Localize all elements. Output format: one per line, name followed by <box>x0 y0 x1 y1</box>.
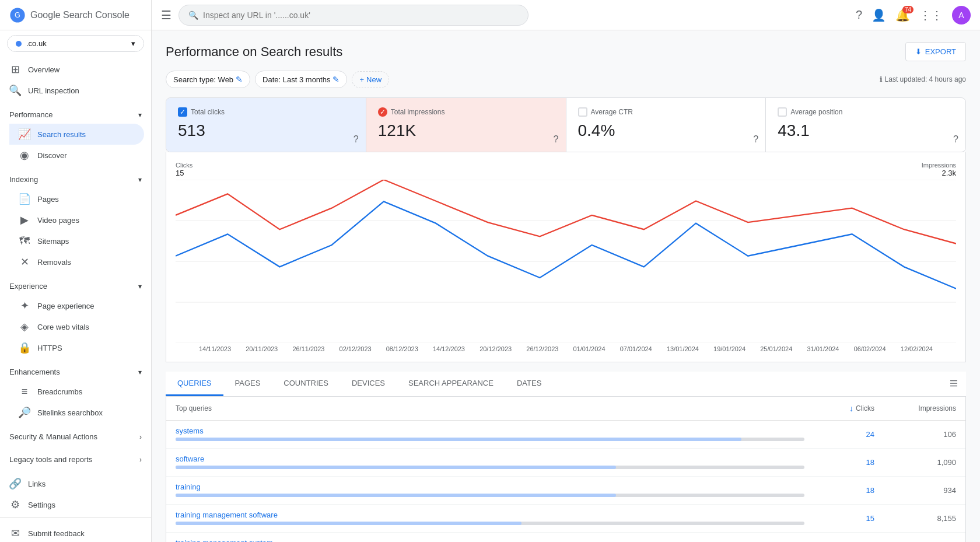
tab-search-appearance[interactable]: SEARCH APPEARANCE <box>397 372 505 396</box>
domain-dot <box>16 41 22 47</box>
feedback-icon: ✉ <box>9 527 21 539</box>
video-pages-icon: ▶ <box>19 214 30 226</box>
sidebar-item-label: Core web vitals <box>37 323 89 331</box>
url-inspection-icon: 🔍 <box>9 85 21 96</box>
avatar[interactable]: A <box>952 6 971 25</box>
query-link[interactable]: training management software <box>176 510 278 519</box>
metric-label: Total clicks <box>191 108 225 116</box>
sidebar-item-video-pages[interactable]: ▶ Video pages <box>9 209 144 230</box>
https-icon: 🔒 <box>19 342 30 354</box>
chart-impressions-label: Impressions2.3k <box>922 162 956 177</box>
query-bar <box>176 522 804 525</box>
query-bar <box>176 494 804 497</box>
x-label: 20/12/2023 <box>480 345 512 352</box>
query-bar-fill <box>176 438 741 441</box>
metric-card-total-impressions[interactable]: ✓ Total impressions 121K ? <box>366 98 566 152</box>
sidebar-item-https[interactable]: 🔒 HTTPS <box>9 337 144 358</box>
table-query-cell: training management software <box>176 510 804 526</box>
metric-label: Average position <box>790 108 842 116</box>
performance-label: Performance <box>9 110 52 119</box>
experience-sub-items: ✦ Page experience ◈ Core web vitals 🔒 HT… <box>0 295 151 358</box>
tab-queries[interactable]: QUERIES <box>166 372 223 396</box>
sitelinks-searchbox-icon: 🔎 <box>19 407 30 418</box>
indexing-group-header[interactable]: Indexing ▾ <box>0 170 151 188</box>
search-bar[interactable]: 🔍 <box>178 5 528 26</box>
tabs-row: QUERIES PAGES COUNTRIES DEVICES SEARCH A… <box>166 372 966 397</box>
google-logo-icon: G <box>9 7 26 23</box>
tab-pages[interactable]: PAGES <box>223 372 272 396</box>
table-row: software 18 1,090 <box>166 449 965 477</box>
search-input[interactable] <box>203 11 519 20</box>
table-query-cell: training management system <box>176 538 804 542</box>
query-link[interactable]: training management system <box>176 538 273 542</box>
tab-devices[interactable]: DEVICES <box>340 372 397 396</box>
date-filter[interactable]: Date: Last 3 months ✎ <box>255 71 347 88</box>
sidebar-item-sitemaps[interactable]: 🗺 Sitemaps <box>9 230 144 251</box>
sidebar-item-discover[interactable]: ◉ Discover <box>9 145 144 166</box>
query-bar <box>176 466 804 469</box>
enhancements-sub-items: ≡ Breadcrumbs 🔎 Sitelinks searchbox <box>0 381 151 423</box>
query-link[interactable]: software <box>176 454 204 463</box>
menu-icon[interactable]: ☰ <box>161 8 172 22</box>
sidebar-item-core-web-vitals[interactable]: ◈ Core web vitals <box>9 316 144 337</box>
sitemaps-icon: 🗺 <box>19 235 30 247</box>
sidebar-item-links[interactable]: 🔗 Links <box>0 473 144 494</box>
account-circle-icon[interactable]: 👤 <box>872 8 886 22</box>
sidebar-item-label: Links <box>28 480 46 488</box>
ctr-checkbox <box>578 107 587 117</box>
info-icon: ℹ <box>880 75 883 83</box>
search-type-label: Search type: Web <box>173 75 233 84</box>
export-label: EXPORT <box>925 47 956 56</box>
help-icon[interactable]: ? <box>953 134 958 145</box>
sidebar-item-settings[interactable]: ⚙ Settings <box>0 494 144 515</box>
sidebar-item-removals[interactable]: ✕ Removals <box>9 251 144 272</box>
sidebar-item-page-experience[interactable]: ✦ Page experience <box>9 295 144 316</box>
enhancements-group-header[interactable]: Enhancements ▾ <box>0 363 151 381</box>
query-bar-container <box>176 522 804 525</box>
help-icon[interactable]: ? <box>856 8 862 22</box>
sidebar: G Google Search Console .co.uk ▾ ⊞ Overv… <box>0 0 152 542</box>
metric-card-total-clicks[interactable]: ✓ Total clicks 513 ? <box>166 98 366 152</box>
discover-icon: ◉ <box>19 149 30 161</box>
apps-icon[interactable]: ⋮⋮ <box>919 8 943 22</box>
help-icon[interactable]: ? <box>753 134 758 145</box>
help-icon[interactable]: ? <box>554 134 559 145</box>
sidebar-item-breadcrumbs[interactable]: ≡ Breadcrumbs <box>9 381 144 402</box>
sidebar-item-label: HTTPS <box>37 344 62 352</box>
legacy-group-header[interactable]: Legacy tools and reports › <box>0 450 151 468</box>
page-title: Performance on Search results <box>166 44 342 60</box>
experience-group-header[interactable]: Experience ▾ <box>0 277 151 295</box>
table-row: training 18 934 <box>166 477 965 505</box>
table-query-cell: training <box>176 482 804 498</box>
sidebar-item-url-inspection[interactable]: 🔍 URL inspection <box>0 80 144 101</box>
chevron-icon: › <box>139 433 142 441</box>
edit-icon: ✎ <box>332 75 340 84</box>
query-link[interactable]: systems <box>176 426 204 435</box>
tab-dates[interactable]: DATES <box>505 372 553 396</box>
sidebar-item-sitelinks-searchbox[interactable]: 🔎 Sitelinks searchbox <box>9 402 144 423</box>
help-icon[interactable]: ? <box>354 134 359 145</box>
chart-x-labels: 14/11/202320/11/202326/11/202302/12/2023… <box>176 343 956 352</box>
x-label: 02/12/2023 <box>340 345 372 352</box>
notifications-icon[interactable]: 🔔 74 <box>895 8 910 22</box>
sidebar-item-pages[interactable]: 📄 Pages <box>9 188 144 209</box>
sidebar-item-overview[interactable]: ⊞ Overview <box>0 59 144 80</box>
sidebar-item-search-results[interactable]: 📈 Search results <box>9 124 144 145</box>
new-filter-button[interactable]: + New <box>352 71 389 88</box>
tab-countries[interactable]: COUNTRIES <box>272 372 340 396</box>
metric-card-position[interactable]: Average position 43.1 ? <box>766 98 965 152</box>
metric-card-ctr[interactable]: Average CTR 0.4% ? <box>566 98 766 152</box>
table-row: training management system 14 4,800 <box>166 533 965 542</box>
sidebar-item-label: Page experience <box>37 302 94 310</box>
submit-feedback-button[interactable]: ✉ Submit feedback <box>0 523 144 542</box>
domain-selector[interactable]: .co.uk ▾ <box>7 35 144 52</box>
performance-group-header[interactable]: Performance ▾ <box>0 106 151 124</box>
table-header: Top queries ↓ Clicks Impressions <box>166 397 965 421</box>
query-link[interactable]: training <box>176 482 201 491</box>
sidebar-indexing-section: Indexing ▾ 📄 Pages ▶ Video pages 🗺 Sitem… <box>0 168 151 275</box>
export-button[interactable]: ⬇ EXPORT <box>905 42 966 61</box>
filter-columns-icon[interactable] <box>942 372 966 396</box>
security-group-header[interactable]: Security & Manual Actions › <box>0 428 151 446</box>
search-type-filter[interactable]: Search type: Web ✎ <box>166 71 250 88</box>
last-updated: ℹ Last updated: 4 hours ago <box>880 75 966 83</box>
